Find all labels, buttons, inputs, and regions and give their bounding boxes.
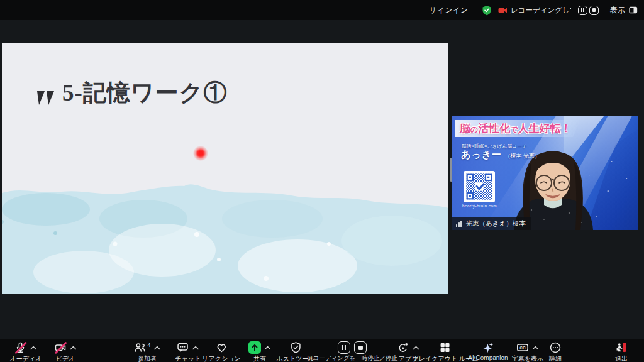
share-button[interactable]: 共有 bbox=[248, 341, 271, 362]
pause-recording-button[interactable] bbox=[578, 6, 587, 15]
qr-caption: hearty-brain.com bbox=[462, 204, 497, 208]
stop-recording-toolbar-button[interactable] bbox=[354, 341, 367, 354]
participants-count: 4 bbox=[147, 341, 150, 348]
view-layout-icon bbox=[629, 6, 638, 14]
apps-icon bbox=[397, 341, 409, 354]
camera-off-icon bbox=[54, 341, 67, 354]
sign-in-button[interactable]: サインイン bbox=[430, 5, 468, 16]
captions-button[interactable]: CC 字幕を表示 bbox=[512, 341, 543, 362]
recording-camera-icon bbox=[498, 7, 508, 14]
leave-meeting-icon bbox=[615, 341, 628, 354]
stop-recording-button[interactable] bbox=[589, 6, 599, 15]
recording-controls[interactable]: レコーディングを一時停止／停止 bbox=[307, 341, 397, 362]
banner-name-main: あっきー bbox=[461, 149, 502, 160]
banner-title-part: で bbox=[510, 125, 518, 134]
microphone-muted-icon bbox=[14, 341, 27, 354]
leave-label: 退出 bbox=[615, 354, 628, 362]
shared-screen-slide: 5-記憶ワーク① bbox=[2, 43, 448, 294]
captions-options-chevron[interactable] bbox=[532, 346, 539, 350]
video-label: ビデオ bbox=[56, 354, 75, 362]
meeting-toolbar: オーディオ ビデオ bbox=[0, 339, 644, 362]
banner-name: あっきー （榎本 光恵） bbox=[461, 149, 540, 161]
share-label: 共有 bbox=[253, 354, 266, 362]
double-flag-bullet-icon bbox=[35, 89, 56, 107]
top-bar: サインイン レコーディングしています... 表示 bbox=[0, 0, 644, 20]
ai-companion-sparkle-icon bbox=[482, 341, 494, 354]
heart-reaction-icon bbox=[215, 341, 228, 354]
banner-title: 脳の活性化で人生好転！ bbox=[460, 121, 572, 136]
chat-label: チャット bbox=[175, 354, 201, 362]
security-shield-icon[interactable] bbox=[482, 5, 492, 16]
banner-title-part: 人生好転！ bbox=[518, 123, 572, 134]
banner-title-part: の bbox=[470, 125, 478, 134]
share-options-chevron[interactable] bbox=[264, 346, 271, 350]
connection-signal-icon bbox=[456, 221, 463, 227]
view-button[interactable]: 表示 bbox=[610, 5, 638, 16]
pause-recording-toolbar-button[interactable] bbox=[338, 341, 350, 354]
reactions-button[interactable]: リアクション bbox=[202, 341, 240, 362]
video-options-chevron[interactable] bbox=[70, 346, 77, 350]
banner-name-suffix: （榎本 光恵） bbox=[505, 153, 541, 159]
ai-companion-button[interactable]: AI Companion bbox=[468, 341, 508, 361]
host-tools-shield-icon bbox=[289, 341, 302, 354]
audio-label: オーディオ bbox=[10, 354, 42, 362]
breakout-rooms-grid-icon bbox=[439, 341, 452, 354]
more-ellipsis-icon bbox=[549, 341, 562, 354]
audio-options-chevron[interactable] bbox=[30, 346, 37, 350]
more-button[interactable]: 詳細 bbox=[549, 341, 562, 362]
recording-controls-label: レコーディングを一時停止／停止 bbox=[307, 354, 397, 362]
qr-code bbox=[464, 171, 495, 202]
recording-indicator: レコーディングしています... bbox=[498, 6, 599, 15]
participants-icon bbox=[133, 341, 146, 354]
slide-title: 5-記憶ワーク① bbox=[62, 77, 228, 109]
participant-name: 光恵（あきえ）榎本 bbox=[466, 219, 526, 228]
laser-pointer-dot bbox=[193, 146, 208, 161]
watercolor-decoration bbox=[2, 184, 448, 294]
banner-title-part: 活性化 bbox=[478, 123, 510, 134]
svg-text:CC: CC bbox=[519, 346, 526, 350]
participant-name-tag: 光恵（あきえ）榎本 bbox=[452, 217, 531, 230]
share-screen-icon bbox=[248, 341, 261, 354]
closed-captions-icon: CC bbox=[516, 341, 529, 354]
recording-status-text: レコーディングしています... bbox=[511, 6, 571, 15]
participants-button[interactable]: 4 参加者 bbox=[133, 341, 160, 362]
more-label: 詳細 bbox=[549, 354, 562, 362]
self-video-thumbnail[interactable]: 脳の活性化で人生好転！ 脳活×睡眠×ごきげん脳コーチ あっきー （榎本 光恵） bbox=[452, 116, 638, 230]
participants-label: 参加者 bbox=[138, 354, 157, 362]
audio-button[interactable]: オーディオ bbox=[10, 341, 42, 362]
banner-title-part: 脳 bbox=[460, 123, 470, 134]
chat-button[interactable]: チャット bbox=[175, 341, 201, 362]
video-button[interactable]: ビデオ bbox=[54, 341, 77, 362]
zoom-meeting-window: サインイン レコーディングしています... 表示 bbox=[0, 0, 644, 362]
reactions-label: リアクション bbox=[202, 354, 240, 362]
view-label: 表示 bbox=[610, 5, 625, 16]
chat-icon bbox=[177, 341, 189, 354]
chat-options-chevron[interactable] bbox=[192, 346, 199, 350]
leave-button[interactable]: 退出 bbox=[615, 341, 628, 362]
participants-options-chevron[interactable] bbox=[154, 346, 161, 350]
slide-title-row: 5-記憶ワーク① bbox=[35, 77, 228, 109]
ai-companion-label: AI Companion bbox=[468, 354, 508, 361]
captions-label: 字幕を表示 bbox=[512, 354, 543, 362]
